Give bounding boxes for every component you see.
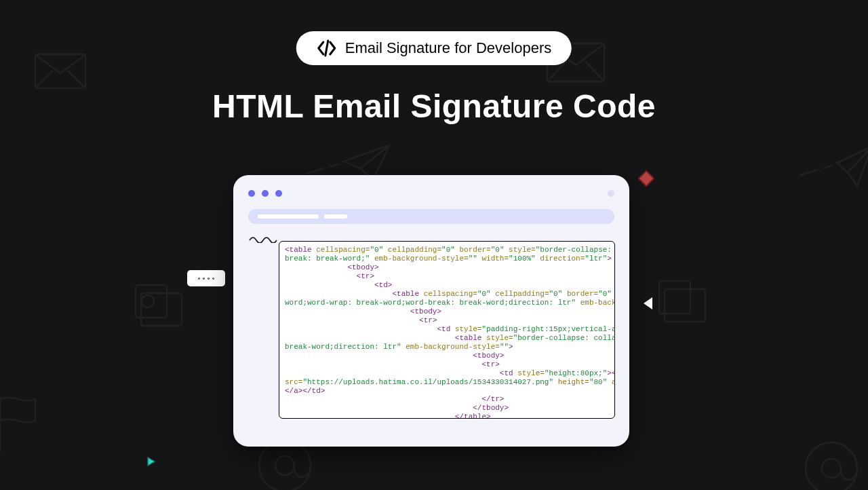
- play-icon: [644, 297, 652, 309]
- stacked-envelope-icon: [133, 278, 187, 335]
- svg-point-10: [822, 459, 841, 478]
- badge-label: Email Signature for Developers: [345, 39, 551, 57]
- typing-dots-icon: [187, 270, 225, 286]
- at-sign-icon: [797, 434, 865, 490]
- code-sample: <table cellspacing="0" cellpadding="0" b…: [279, 241, 615, 419]
- page-title: HTML Email Signature Code: [0, 88, 868, 125]
- svg-point-4: [142, 295, 154, 307]
- diamond-icon: [637, 170, 654, 187]
- svg-rect-3: [136, 285, 167, 318]
- window-dot: [248, 190, 255, 197]
- window-traffic-lights: [248, 190, 614, 197]
- window-dot: [608, 190, 614, 197]
- stacked-envelope-icon: [656, 274, 711, 331]
- url-bar: [248, 209, 614, 224]
- svg-rect-0: [35, 54, 85, 88]
- svg-point-8: [275, 456, 294, 475]
- paper-plane-icon: [800, 143, 868, 200]
- window-dot: [262, 190, 269, 197]
- svg-point-9: [806, 442, 857, 490]
- svg-rect-5: [665, 289, 705, 322]
- badge: Email Signature for Developers: [296, 31, 572, 65]
- svg-rect-6: [659, 281, 690, 314]
- svg-rect-2: [141, 293, 182, 326]
- flag-icon: [0, 394, 42, 457]
- window-dot: [275, 190, 282, 197]
- svg-point-7: [259, 440, 311, 490]
- browser-window: <table cellspacing="0" cellpadding="0" b…: [233, 175, 629, 447]
- code-icon: [317, 39, 337, 57]
- envelope-icon: [34, 53, 87, 92]
- play-icon: [146, 456, 156, 470]
